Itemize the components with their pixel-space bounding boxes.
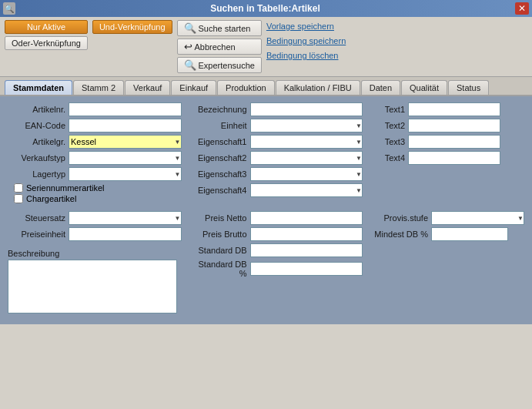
text4-row: Text4 bbox=[370, 151, 524, 165]
tab-stammdaten[interactable]: Stammdaten bbox=[5, 80, 72, 95]
tab-produktion[interactable]: Produktion bbox=[217, 80, 275, 95]
verkaufstyp-select[interactable] bbox=[69, 151, 182, 165]
suche-starten-button[interactable]: 🔍 Suche starten bbox=[177, 20, 262, 36]
bezeichnung-row: Bezeichnung bbox=[189, 102, 363, 116]
standard-db-pct-row: Standard DB % bbox=[189, 260, 363, 278]
tab-daten[interactable]: Daten bbox=[361, 80, 400, 95]
eigenschaft4-row: Eigenschaft4 ▼ bbox=[189, 183, 363, 197]
seriennummer-row: Seriennummerartikel bbox=[14, 183, 182, 193]
artikelgr-row: Artikelgr. Kessel ▼ bbox=[8, 135, 182, 149]
bottom-right-col: Provis.stufe ▼ Mindest DB % bbox=[370, 211, 524, 315]
cancel-icon: ↩ bbox=[184, 41, 192, 52]
eigenschaft2-row: Eigenschaft2 ▼ bbox=[189, 151, 363, 165]
chargeartikel-row: Chargeartikel bbox=[14, 194, 182, 203]
tab-kalkulation[interactable]: Kalkulation / FIBU bbox=[276, 80, 360, 95]
window-title: Suchen in Tabelle:Artikel bbox=[15, 3, 515, 14]
einheit-select[interactable] bbox=[250, 119, 363, 132]
mid-column: Bezeichnung Einheit ▼ Eigenschaft1 bbox=[189, 102, 363, 205]
mindest-db-label: Mindest DB % bbox=[370, 230, 428, 239]
eigenschaft3-row: Eigenschaft3 ▼ bbox=[189, 167, 363, 181]
toolbar-col-1: Nur Aktive Oder-Verknüpfung bbox=[5, 20, 88, 50]
eigenschaft2-select[interactable] bbox=[250, 151, 363, 165]
tabs-bar: Stammdaten Stamm 2 Verkauf Einkauf Produ… bbox=[0, 77, 532, 96]
oder-verknuepfung-button[interactable]: Oder-Verknüpfung bbox=[5, 36, 88, 50]
tab-status[interactable]: Status bbox=[448, 80, 489, 95]
text3-label: Text3 bbox=[370, 137, 405, 146]
text1-row: Text1 bbox=[370, 102, 524, 116]
text4-label: Text4 bbox=[370, 153, 405, 163]
text3-row: Text3 bbox=[370, 135, 524, 149]
chargeartikel-checkbox[interactable] bbox=[14, 194, 23, 203]
text2-input[interactable] bbox=[408, 119, 500, 132]
eigenschaft4-label: Eigenschaft4 bbox=[189, 186, 247, 195]
preis-netto-input[interactable] bbox=[250, 211, 363, 225]
artikelnr-input[interactable] bbox=[69, 102, 182, 116]
eigenschaft2-label: Eigenschaft2 bbox=[189, 153, 247, 163]
provis-stufe-row: Provis.stufe ▼ bbox=[370, 211, 524, 225]
preis-brutto-label: Preis Brutto bbox=[189, 230, 247, 239]
und-verknuepfung-button[interactable]: Und-Verknüpfung bbox=[92, 20, 172, 34]
text3-input[interactable] bbox=[408, 135, 500, 149]
mindest-db-input[interactable] bbox=[431, 227, 508, 241]
preis-brutto-input[interactable] bbox=[250, 227, 363, 241]
steuersatz-select[interactable] bbox=[69, 211, 182, 225]
einheit-wrapper: ▼ bbox=[250, 119, 363, 132]
preis-brutto-row: Preis Brutto bbox=[189, 227, 363, 241]
tab-einkauf[interactable]: Einkauf bbox=[171, 80, 216, 95]
preis-netto-label: Preis Netto bbox=[189, 213, 247, 223]
text2-row: Text2 bbox=[370, 119, 524, 132]
provis-stufe-label: Provis.stufe bbox=[370, 213, 428, 223]
search-icon: 🔍 bbox=[184, 22, 196, 34]
bottom-section: Steuersatz ▼ Preiseinheit Beschreibung bbox=[8, 211, 524, 315]
steuersatz-label: Steuersatz bbox=[8, 213, 65, 223]
einheit-label: Einheit bbox=[189, 121, 247, 130]
artikelnr-label: Artikelnr. bbox=[8, 105, 65, 114]
standard-db-label: Standard DB bbox=[189, 246, 247, 255]
toolbar: Nur Aktive Oder-Verknüpfung Und-Verknüpf… bbox=[0, 17, 532, 77]
nur-aktive-button[interactable]: Nur Aktive bbox=[5, 20, 88, 34]
right-column: Text1 Text2 Text3 Text4 bbox=[370, 102, 524, 205]
artikelgr-select[interactable]: Kessel bbox=[69, 135, 182, 149]
eigenschaft1-label: Eigenschaft1 bbox=[189, 137, 247, 146]
text1-input[interactable] bbox=[408, 102, 500, 116]
provis-stufe-wrapper: ▼ bbox=[431, 211, 524, 225]
eigenschaft1-select[interactable] bbox=[250, 135, 363, 149]
standard-db-pct-input[interactable] bbox=[250, 262, 363, 276]
lagertyp-select[interactable] bbox=[69, 167, 182, 181]
beschreibung-section: Beschreibung bbox=[8, 249, 182, 315]
bezeichnung-input[interactable] bbox=[250, 102, 363, 116]
artikelgr-wrapper: Kessel ▼ bbox=[69, 135, 182, 149]
standard-db-input[interactable] bbox=[250, 243, 363, 257]
text4-input[interactable] bbox=[408, 151, 500, 165]
provis-stufe-select[interactable] bbox=[431, 211, 524, 225]
eigenschaft1-wrapper: ▼ bbox=[250, 135, 363, 149]
ean-code-input[interactable] bbox=[69, 119, 182, 132]
tab-verkauf[interactable]: Verkauf bbox=[125, 80, 170, 95]
chargeartikel-label: Chargeartikel bbox=[26, 194, 76, 203]
ean-code-row: EAN-Code bbox=[8, 119, 182, 132]
eigenschaft4-select[interactable] bbox=[250, 183, 363, 197]
tab-qualitaet[interactable]: Qualität bbox=[401, 80, 447, 95]
einheit-row: Einheit ▼ bbox=[189, 119, 363, 132]
close-button[interactable]: ✕ bbox=[515, 2, 529, 15]
seriennummer-checkbox[interactable] bbox=[14, 183, 23, 193]
eigenschaft3-select[interactable] bbox=[250, 167, 363, 181]
top-section: Artikelnr. EAN-Code Artikelgr. Kessel ▼ … bbox=[8, 102, 524, 205]
eigenschaft3-label: Eigenschaft3 bbox=[189, 169, 247, 179]
vorlage-speichern-link[interactable]: Vorlage speichern bbox=[266, 20, 346, 32]
main-content: Artikelnr. EAN-Code Artikelgr. Kessel ▼ … bbox=[0, 96, 532, 324]
bottom-left-col: Steuersatz ▼ Preiseinheit Beschreibung bbox=[8, 211, 182, 315]
seriennummer-label: Seriennummerartikel bbox=[26, 183, 104, 193]
bedingung-loeschen-link[interactable]: Bedingung löschen bbox=[266, 49, 346, 62]
tab-stamm2[interactable]: Stamm 2 bbox=[73, 80, 124, 95]
title-bar: 🔍 Suchen in Tabelle:Artikel ✕ bbox=[0, 0, 532, 17]
steuersatz-row: Steuersatz ▼ bbox=[8, 211, 182, 225]
beschreibung-textarea[interactable] bbox=[8, 260, 177, 313]
bedingung-speichern-link[interactable]: Bedingung speichern bbox=[266, 35, 346, 47]
eigenschaft1-row: Eigenschaft1 ▼ bbox=[189, 135, 363, 149]
expertensuche-button[interactable]: 🔍 Expertensuche bbox=[177, 57, 262, 73]
left-column: Artikelnr. EAN-Code Artikelgr. Kessel ▼ … bbox=[8, 102, 182, 205]
toolbar-col-4: Vorlage speichern Bedingung speichern Be… bbox=[266, 20, 346, 62]
abbrechen-button[interactable]: ↩ Abbrechen bbox=[177, 39, 262, 55]
preiseinheit-input[interactable] bbox=[69, 227, 182, 241]
